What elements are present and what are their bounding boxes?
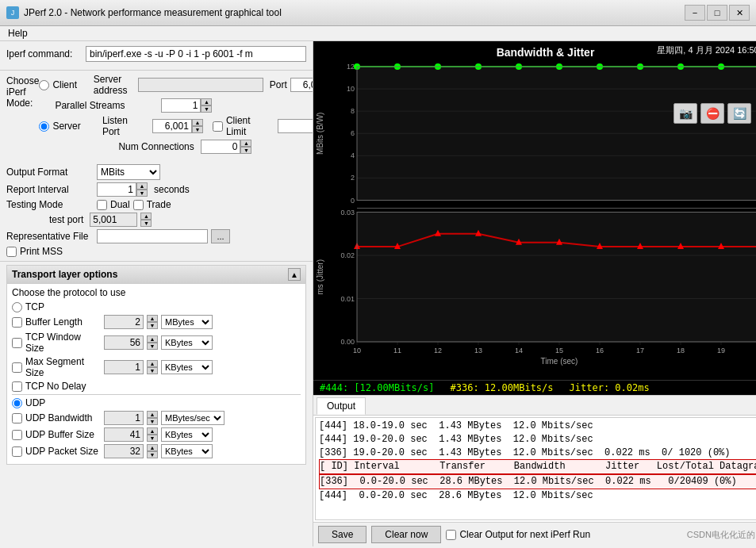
listen-port-down[interactable]: ▼ <box>192 126 203 133</box>
max-seg-input[interactable] <box>104 360 144 374</box>
tcp-window-input[interactable] <box>104 335 144 350</box>
no-delay-checkbox[interactable] <box>12 381 22 392</box>
print-mss-label[interactable]: Print MSS <box>20 246 63 257</box>
udp-buf-down[interactable]: ▼ <box>147 435 158 442</box>
tcp-win-down[interactable]: ▼ <box>147 343 158 350</box>
buf-len-down[interactable]: ▼ <box>147 322 158 329</box>
dual-checkbox[interactable] <box>97 200 107 210</box>
graph-area: 星期四, 4 月月 2024 16:50:20 Bandwidth & Jitt… <box>313 41 756 380</box>
no-delay-label[interactable]: TCP No Delay <box>25 381 86 392</box>
num-conn-down[interactable]: ▼ <box>240 147 251 154</box>
client-label[interactable]: Client <box>52 79 77 90</box>
camera-button[interactable]: 📷 <box>673 103 697 124</box>
max-seg-label[interactable]: Max Segment Size <box>25 356 101 378</box>
port-input[interactable] <box>290 78 313 92</box>
trade-label[interactable]: Trade <box>147 199 171 210</box>
rep-file-input[interactable] <box>97 229 208 243</box>
udp-bw-checkbox[interactable] <box>12 413 22 423</box>
buffer-length-input[interactable] <box>104 315 144 329</box>
buffer-length-checkbox[interactable] <box>12 317 22 328</box>
udp-packet-label[interactable]: UDP Packet Size <box>25 446 101 457</box>
tcp-label[interactable]: TCP <box>25 301 44 312</box>
udp-pkt-down[interactable]: ▼ <box>147 451 158 458</box>
menu-help[interactable]: Help <box>3 26 33 40</box>
buffer-length-row: Buffer Length ▲ ▼ MBytesKBytes <box>12 315 301 329</box>
max-seg-up[interactable]: ▲ <box>147 360 158 367</box>
print-mss-checkbox[interactable] <box>6 247 17 257</box>
maximize-button[interactable]: □ <box>707 5 727 21</box>
client-limit-label[interactable]: Client Limit <box>226 115 271 137</box>
num-conn-spinner: ▲ ▼ <box>201 140 251 154</box>
buffer-length-unit[interactable]: MBytesKBytes <box>161 315 213 329</box>
clear-now-button[interactable]: Clear now <box>371 526 441 543</box>
info-jitter: Jitter: 0.02ms <box>570 382 650 393</box>
client-radio[interactable] <box>39 80 49 90</box>
listen-port-up[interactable]: ▲ <box>192 119 203 126</box>
collapse-button[interactable]: ▲ <box>288 268 301 281</box>
test-port-up[interactable]: ▲ <box>140 213 152 220</box>
server-label[interactable]: Server <box>52 121 80 132</box>
report-interval-input[interactable] <box>97 182 136 197</box>
clear-output-checkbox[interactable] <box>446 530 456 540</box>
udp-pkt-up[interactable]: ▲ <box>147 444 158 451</box>
trade-checkbox[interactable] <box>133 200 144 210</box>
buf-len-up[interactable]: ▲ <box>147 315 158 322</box>
test-port-down[interactable]: ▼ <box>140 220 152 227</box>
udp-packet-input[interactable] <box>104 444 144 458</box>
udp-bw-label[interactable]: UDP Bandwidth <box>25 412 101 423</box>
client-limit-input[interactable] <box>278 119 313 133</box>
stop-button[interactable]: ⛔ <box>700 103 724 124</box>
server-address-input[interactable] <box>138 78 263 92</box>
tcp-window-unit[interactable]: KBytesMBytes <box>161 335 213 350</box>
rep-file-label: Representative File <box>6 231 94 242</box>
udp-buf-unit[interactable]: KBytesMBytes <box>161 427 213 442</box>
parallel-up[interactable]: ▲ <box>201 98 212 105</box>
listen-port-input[interactable] <box>152 119 192 133</box>
mode-options: Client Server address Port ▲ ▼ <box>39 74 313 156</box>
max-seg-down[interactable]: ▼ <box>147 367 158 374</box>
udp-packet-unit[interactable]: KBytesMBytes <box>161 444 213 458</box>
save-button[interactable]: Save <box>318 526 366 543</box>
browse-button[interactable]: ... <box>211 229 230 243</box>
tcp-radio-row: TCP <box>12 301 301 312</box>
interval-down[interactable]: ▼ <box>136 190 148 197</box>
udp-bw-unit[interactable]: MBytes/secKBytes/sec <box>161 411 224 425</box>
num-conn-input[interactable] <box>201 140 240 154</box>
test-port-input[interactable] <box>90 213 137 227</box>
close-button[interactable]: ✕ <box>729 5 750 21</box>
minimize-button[interactable]: − <box>685 5 705 21</box>
output-format-select[interactable]: MBits KBits KBytes MBytes <box>97 164 160 180</box>
parallel-input[interactable] <box>161 98 201 113</box>
udp-buf-input[interactable] <box>104 427 144 442</box>
output-content[interactable]: [444] 18.0-19.0 sec 1.43 MBytes 12.0 Mbi… <box>315 417 756 520</box>
tcp-window-label[interactable]: TCP Window Size <box>25 331 101 354</box>
report-interval-row: Report Interval ▲ ▼ seconds <box>6 182 306 197</box>
server-radio[interactable] <box>39 121 49 132</box>
output-tab[interactable]: Output <box>317 397 366 415</box>
tcp-win-up[interactable]: ▲ <box>147 335 158 343</box>
udp-radio[interactable] <box>12 398 22 408</box>
iperf-cmd-input[interactable] <box>86 46 306 62</box>
dual-label[interactable]: Dual <box>110 199 130 210</box>
udp-packet-checkbox[interactable] <box>12 446 22 457</box>
num-conn-up[interactable]: ▲ <box>240 140 251 147</box>
clear-output-label[interactable]: Clear Output for next iPerf Run <box>459 529 590 540</box>
udp-bw-input[interactable] <box>104 411 144 425</box>
menu-bar: Help <box>0 26 756 41</box>
max-seg-unit[interactable]: KBytesMBytes <box>161 360 213 374</box>
udp-buf-up[interactable]: ▲ <box>147 427 158 435</box>
client-limit-checkbox[interactable] <box>213 121 223 132</box>
max-seg-checkbox[interactable] <box>12 362 22 373</box>
udp-bw-down[interactable]: ▼ <box>147 418 158 425</box>
udp-label[interactable]: UDP <box>25 397 45 408</box>
run-button[interactable]: 🔄 <box>727 103 751 124</box>
tcp-window-checkbox[interactable] <box>12 338 22 348</box>
udp-buf-label[interactable]: UDP Buffer Size <box>25 429 101 440</box>
transport-header: Transport layer options ▲ <box>7 266 305 284</box>
udp-buf-checkbox[interactable] <box>12 430 22 440</box>
tcp-radio[interactable] <box>12 302 22 312</box>
interval-up[interactable]: ▲ <box>136 182 148 190</box>
parallel-down[interactable]: ▼ <box>201 105 212 113</box>
udp-bw-up[interactable]: ▲ <box>147 411 158 418</box>
buffer-length-label[interactable]: Buffer Length <box>25 316 101 328</box>
